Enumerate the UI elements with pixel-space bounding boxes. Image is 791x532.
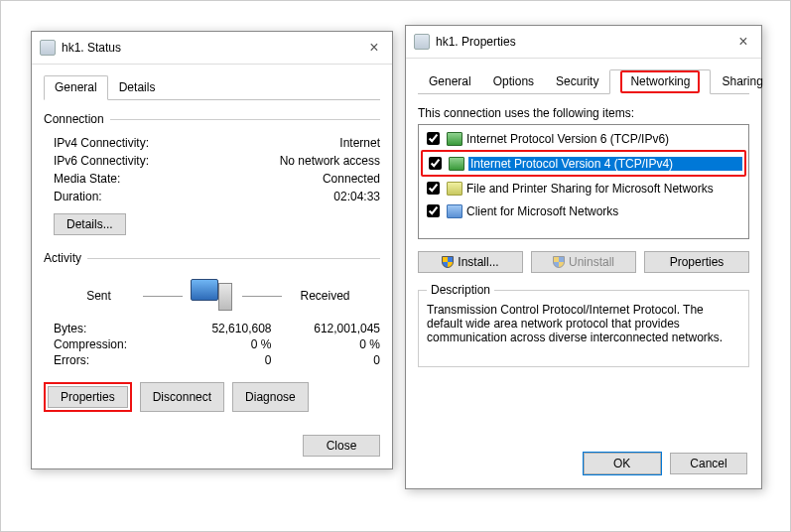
connection-icon [414, 34, 430, 50]
properties-button[interactable]: Properties [48, 386, 128, 408]
client-icon [447, 204, 462, 218]
shield-icon [442, 256, 454, 268]
group-activity: Activity Sent Received Bytes: 52,610,608… [44, 251, 380, 372]
disconnect-button[interactable]: Disconnect [140, 382, 224, 412]
close-icon[interactable]: × [733, 32, 753, 52]
status-dialog: hk1. Status × General Details Connection… [31, 31, 393, 469]
bytes-label: Bytes: [54, 322, 163, 335]
description-text: Transmission Control Protocol/Internet P… [427, 303, 740, 358]
install-button[interactable]: Install... [418, 251, 523, 273]
footer: Close [32, 424, 392, 468]
details-row: Details... [44, 205, 380, 237]
tab-options[interactable]: Options [482, 69, 545, 94]
dash-left [143, 296, 183, 297]
row-errors: Errors: 0 0 [44, 352, 380, 368]
errors-label: Errors: [54, 353, 163, 367]
window-title: hk1. Properties [436, 35, 733, 49]
item-checkbox[interactable] [429, 157, 442, 170]
errors-received: 0 [272, 353, 381, 367]
close-button[interactable]: Close [303, 435, 380, 457]
window-title: hk1. Status [62, 41, 364, 55]
row-compression: Compression: 0 % 0 % [44, 336, 380, 352]
properties-dialog: hk1. Properties × General Options Securi… [405, 25, 762, 489]
protocol-icon [449, 157, 464, 171]
media-label: Media State: [54, 172, 261, 186]
properties-highlight: Properties [44, 382, 132, 412]
shield-icon [553, 256, 565, 268]
group-connection: Connection IPv4 Connectivity: Internet I… [44, 112, 380, 241]
dash-right [242, 296, 282, 297]
item-label: File and Printer Sharing for Microsoft N… [466, 182, 714, 196]
item-label: Internet Protocol Version 4 (TCP/IPv4) [468, 157, 742, 171]
duration-label: Duration: [54, 190, 261, 203]
service-icon [447, 182, 462, 196]
row-ipv4: IPv4 Connectivity: Internet [44, 134, 380, 152]
description-legend: Description [427, 283, 494, 297]
row-media: Media State: Connected [44, 170, 380, 188]
sent-label: Sent [64, 289, 135, 303]
list-item[interactable]: Client for Microsoft Networks [421, 200, 746, 222]
titlebar: hk1. Properties × [406, 26, 761, 59]
row-bytes: Bytes: 52,610,608 612,001,045 [44, 321, 380, 336]
item-checkbox[interactable] [427, 132, 440, 145]
tab-sharing[interactable]: Sharing [711, 69, 773, 94]
item-label: Internet Protocol Version 6 (TCP/IPv6) [466, 132, 669, 146]
ipv6-value: No network access [261, 154, 380, 168]
uninstall-label: Uninstall [569, 255, 614, 269]
activity-header: Sent Received [44, 279, 380, 313]
row-duration: Duration: 02:04:33 [44, 188, 380, 205]
item-checkbox[interactable] [427, 204, 440, 217]
dialog-body: General Options Security Networking Shar… [406, 59, 761, 379]
titlebar: hk1. Status × [32, 32, 392, 65]
description-group: Description Transmission Control Protoco… [418, 283, 749, 367]
list-item[interactable]: File and Printer Sharing for Microsoft N… [421, 177, 746, 200]
compression-received: 0 % [272, 337, 381, 351]
action-buttons: Properties Disconnect Diagnose [44, 382, 380, 412]
footer: OK Cancel [406, 439, 761, 488]
install-label: Install... [458, 255, 498, 269]
spacer [406, 379, 761, 439]
row-ipv6: IPv6 Connectivity: No network access [44, 152, 380, 170]
dialog-body: General Details Connection IPv4 Connecti… [32, 65, 392, 424]
connection-icon [40, 40, 56, 56]
properties-button[interactable]: Properties [644, 251, 749, 273]
cancel-button[interactable]: Cancel [670, 453, 747, 474]
tab-general[interactable]: General [44, 75, 108, 100]
group-connection-legend: Connection [44, 112, 110, 126]
close-icon[interactable]: × [364, 38, 384, 58]
tabs: General Details [44, 74, 380, 100]
compression-sent: 0 % [163, 337, 272, 351]
ok-button[interactable]: OK [584, 453, 661, 474]
tab-security[interactable]: Security [545, 69, 609, 94]
uninstall-button: Uninstall [531, 251, 636, 273]
tabs: General Options Security Networking Shar… [418, 68, 749, 94]
list-item[interactable]: Internet Protocol Version 6 (TCP/IPv6) [421, 127, 746, 150]
bytes-sent: 52,610,608 [163, 322, 272, 335]
item-checkbox[interactable] [427, 182, 440, 195]
compression-label: Compression: [54, 337, 163, 351]
diagnose-button[interactable]: Diagnose [232, 382, 309, 412]
tab-details[interactable]: Details [108, 75, 167, 100]
item-label: Client for Microsoft Networks [466, 204, 618, 218]
list-item-highlight: Internet Protocol Version 4 (TCP/IPv4) [421, 150, 746, 177]
bytes-received: 612,001,045 [272, 322, 381, 335]
details-button[interactable]: Details... [54, 213, 126, 235]
list-item[interactable]: Internet Protocol Version 4 (TCP/IPv4) [423, 152, 744, 175]
tab-general[interactable]: General [418, 69, 482, 94]
tab-networking-highlight: Networking [620, 70, 700, 93]
duration-value: 02:04:33 [261, 190, 380, 203]
errors-sent: 0 [163, 353, 272, 367]
component-buttons: Install... Uninstall Properties [418, 251, 749, 273]
list-label: This connection uses the following items… [418, 106, 749, 120]
group-activity-legend: Activity [44, 251, 87, 265]
tab-networking[interactable]: Networking [609, 69, 711, 94]
ipv6-label: IPv6 Connectivity: [54, 154, 261, 168]
received-label: Received [290, 289, 361, 303]
computer-icon [191, 279, 234, 313]
tab-networking-label: Networking [630, 74, 690, 88]
components-listbox[interactable]: Internet Protocol Version 6 (TCP/IPv6) I… [418, 124, 749, 239]
ipv4-value: Internet [261, 136, 380, 150]
media-value: Connected [261, 172, 380, 186]
ipv4-label: IPv4 Connectivity: [54, 136, 261, 150]
protocol-icon [447, 132, 462, 146]
